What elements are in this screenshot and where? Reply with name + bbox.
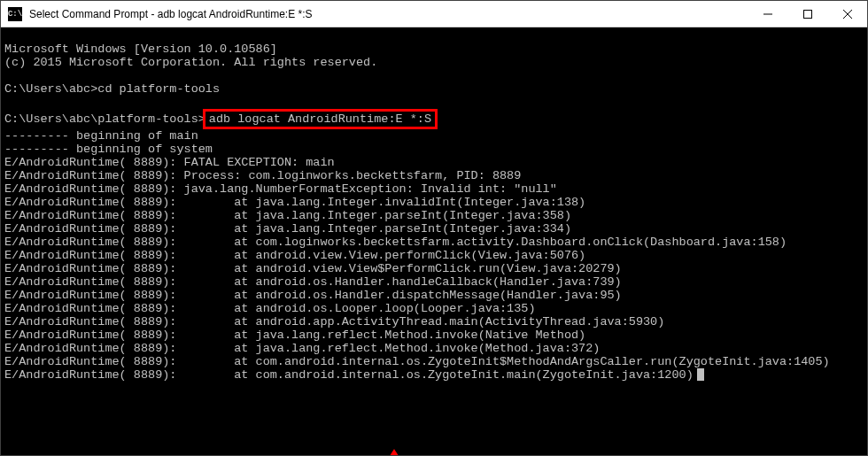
highlighted-command: adb logcat AndroidRuntime:E *:S <box>203 109 438 129</box>
arrow-up-icon <box>382 449 407 455</box>
terminal-line: C:\Users\abc>cd platform-tools <box>4 82 220 96</box>
cmd-icon: C:\ <box>8 7 22 21</box>
terminal-line: E/AndroidRuntime( 8889): at android.view… <box>4 249 585 262</box>
terminal-output[interactable]: Microsoft Windows [Version 10.0.10586] (… <box>1 27 867 455</box>
svg-rect-1 <box>803 10 811 18</box>
terminal-line: E/AndroidRuntime( 8889): at android.app.… <box>4 315 664 328</box>
annotation-arrow: Crash Logs <box>371 422 417 455</box>
terminal-line: --------- beginning of main <box>4 129 198 143</box>
terminal-line: E/AndroidRuntime( 8889): at com.android.… <box>4 368 694 382</box>
terminal-line: E/AndroidRuntime( 8889): at com.loginwor… <box>4 236 787 249</box>
terminal-line: E/AndroidRuntime( 8889): at java.lang.re… <box>4 328 585 342</box>
window-controls <box>748 1 867 27</box>
terminal-line: E/AndroidRuntime( 8889): at android.os.L… <box>4 302 536 315</box>
window-title: Select Command Prompt - adb logcat Andro… <box>29 8 748 20</box>
terminal-line: E/AndroidRuntime( 8889): at java.lang.re… <box>4 342 600 355</box>
terminal-line: Microsoft Windows [Version 10.0.10586] <box>4 43 277 56</box>
close-icon <box>843 10 852 19</box>
terminal-cursor <box>697 368 704 381</box>
close-button[interactable] <box>827 1 867 27</box>
terminal-line: E/AndroidRuntime( 8889): at java.lang.In… <box>4 196 585 209</box>
terminal-line: E/AndroidRuntime( 8889): at android.os.H… <box>4 275 622 289</box>
maximize-icon <box>803 10 812 19</box>
terminal-line: E/AndroidRuntime( 8889): at android.os.H… <box>4 289 622 302</box>
minimize-icon <box>763 10 772 19</box>
terminal-line: --------- beginning of system <box>4 143 213 156</box>
terminal-line: E/AndroidRuntime( 8889): at android.view… <box>4 262 622 275</box>
terminal-line: E/AndroidRuntime( 8889): at com.android.… <box>4 355 830 368</box>
titlebar[interactable]: C:\ Select Command Prompt - adb logcat A… <box>1 1 867 27</box>
minimize-button[interactable] <box>748 1 787 27</box>
terminal-line: (c) 2015 Microsoft Corporation. All righ… <box>4 56 377 69</box>
terminal-prompt: C:\Users\abc\platform-tools> <box>4 112 205 126</box>
terminal-line: E/AndroidRuntime( 8889): FATAL EXCEPTION… <box>4 156 335 169</box>
terminal-line: E/AndroidRuntime( 8889): at java.lang.In… <box>4 222 571 236</box>
terminal-line: E/AndroidRuntime( 8889): Process: com.lo… <box>4 169 521 182</box>
maximize-button[interactable] <box>787 1 827 27</box>
terminal-line: E/AndroidRuntime( 8889): at java.lang.In… <box>4 209 571 222</box>
terminal-line: E/AndroidRuntime( 8889): java.lang.Numbe… <box>4 182 557 196</box>
